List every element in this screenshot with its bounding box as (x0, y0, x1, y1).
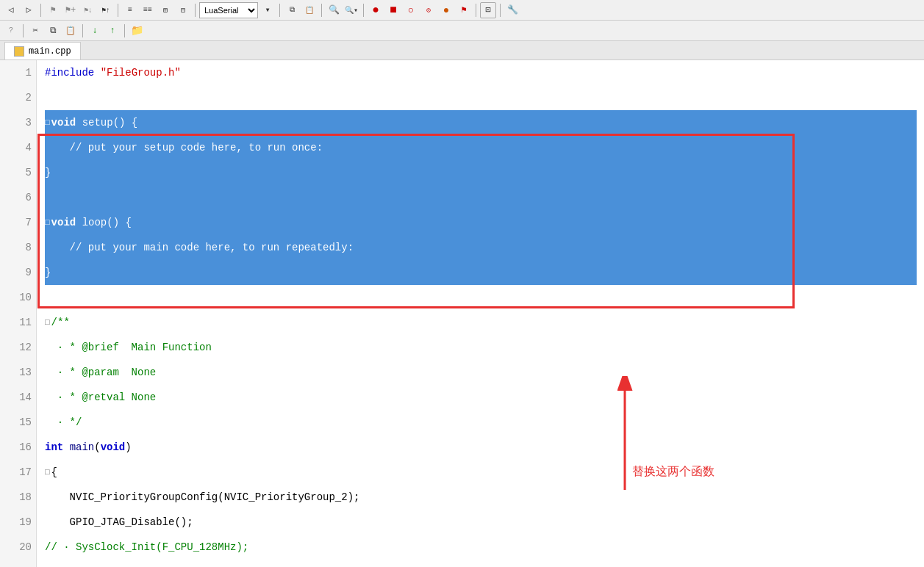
line-num-1: 1 (0, 60, 32, 85)
file-tab-icon (14, 46, 24, 57)
line-num-8: 8 (0, 235, 32, 260)
circle-icon[interactable]: ○ (403, 2, 419, 18)
flag-icon[interactable]: ⚑ (456, 2, 472, 18)
code-line-17: □{ (45, 460, 917, 485)
line-num-3: 3 (0, 110, 32, 135)
list-icon[interactable]: ≡ (122, 2, 138, 18)
bookmark-icon[interactable]: ⚑ (45, 2, 61, 18)
code-line-11: □/** (45, 310, 917, 335)
line-num-5: 5 (0, 160, 32, 185)
copy-icon[interactable]: ⧉ (45, 23, 61, 39)
record-red-icon[interactable]: ● (368, 2, 384, 18)
view-icon[interactable]: ⊡ (480, 2, 496, 18)
line-num-13: 13 (0, 360, 32, 385)
code-line-20: // · SysClock_Init(F_CPU_128MHz); (45, 535, 917, 560)
line-num-16: 16 (0, 435, 32, 460)
include-keyword: #include (45, 60, 94, 85)
tab-main-cpp[interactable]: main.cpp (4, 42, 81, 59)
line-num-17: 17 (0, 460, 32, 485)
line-num-18: 18 (0, 485, 32, 510)
sep-s3 (124, 24, 125, 37)
code-line-19: GPIO_JTAG_Disable(); (45, 510, 917, 535)
separator8 (500, 4, 501, 17)
separator5 (321, 4, 322, 17)
code-line-15: · */ (45, 410, 917, 435)
separator3 (195, 4, 196, 17)
code-line-2 (45, 85, 917, 110)
record2-icon[interactable]: ● (438, 2, 454, 18)
code-line-7: □void loop() { (45, 210, 917, 235)
toolbar-second: ? ✂ ⧉ 📋 ↓ ↑ 📁 (0, 21, 924, 41)
unknown-btn[interactable]: ? (3, 23, 19, 39)
list2-icon[interactable]: ≡≡ (140, 2, 156, 18)
back-button[interactable]: ◁ (3, 2, 19, 18)
line-num-15: 15 (0, 410, 32, 435)
line-num-2: 2 (0, 85, 32, 110)
dot-icon[interactable]: ⊙ (420, 2, 437, 18)
separator1 (40, 4, 41, 17)
settings-icon[interactable]: 🔧 (504, 2, 520, 18)
toolbar-top: ◁ ▷ ⚑ ⚑+ ⚑↓ ⚑↑ ≡ ≡≡ ⊞ ⊟ LuaSerial ▾ ⧉ 📋 … (0, 0, 924, 21)
fold-7[interactable]: □ (45, 210, 50, 235)
paste-icon[interactable]: 📋 (62, 23, 79, 39)
tab-label: main.cpp (29, 46, 71, 57)
fold-11[interactable]: □ (45, 310, 50, 335)
columns-icon[interactable]: ⊞ (157, 2, 173, 18)
line-num-4: 4 (0, 135, 32, 160)
fold-3[interactable]: □ (45, 110, 50, 135)
line-num-20: 20 (0, 535, 32, 560)
editor: 1 2 3 4 5 6 7 8 9 10 11 12 13 14 15 16 1… (0, 60, 924, 567)
separator6 (363, 4, 364, 17)
code-line-6 (45, 185, 917, 210)
line-num-19: 19 (0, 510, 32, 535)
line-num-11: 11 (0, 310, 32, 335)
sep-s2 (82, 24, 83, 37)
code-line-3: □void setup() { (45, 110, 917, 135)
separator2 (118, 4, 118, 17)
green-up-icon[interactable]: ↑ (104, 23, 121, 39)
cut-icon[interactable]: ✂ (27, 23, 43, 39)
code-line-9: } (45, 260, 917, 285)
sep-s1 (23, 24, 24, 37)
bookmark-add-icon[interactable]: ⚑+ (62, 2, 79, 18)
line-num-9: 9 (0, 260, 32, 285)
code-line-4: // put your setup code here, to run once… (45, 135, 917, 160)
bookmark-list-icon[interactable]: ⚑↓ (80, 2, 96, 18)
tab-bar: main.cpp (0, 41, 924, 60)
green-down-icon[interactable]: ↓ (87, 23, 103, 39)
line-num-6: 6 (0, 185, 32, 210)
bookmark-prev-icon[interactable]: ⚑↑ (98, 2, 114, 18)
code-line-1: #include "FileGroup.h" (45, 60, 917, 85)
separator4 (279, 4, 280, 17)
luaserial-dropdown[interactable]: LuaSerial (199, 2, 258, 18)
search-icon[interactable]: 🔍 (326, 2, 342, 18)
forward-button[interactable]: ▷ (21, 2, 37, 18)
line-num-10: 10 (0, 285, 32, 310)
code-line-18: NVIC_PriorityGroupConfig(NVIC_PriorityGr… (45, 485, 917, 510)
copy2-icon[interactable]: ⧉ (284, 2, 300, 18)
code-content[interactable]: #include "FileGroup.h" □void setup() { /… (37, 60, 924, 567)
code-line-12: · * @brief Main Function (45, 335, 917, 360)
code-line-14: · * @retval None (45, 385, 917, 410)
folder-icon[interactable]: 📁 (129, 23, 145, 39)
line-num-7: 7 (0, 210, 32, 235)
paste2-icon[interactable]: 📋 (301, 2, 318, 18)
line-num-14: 14 (0, 385, 32, 410)
code-line-10 (45, 285, 917, 310)
line-num-12: 12 (0, 335, 32, 360)
code-line-5: } (45, 160, 917, 185)
separator7 (476, 4, 476, 17)
stop-icon[interactable]: ■ (385, 2, 401, 18)
code-line-8: // put your main code here, to run repea… (45, 235, 917, 260)
columns2-icon[interactable]: ⊟ (175, 2, 191, 18)
search-dropdown-icon[interactable]: 🔍▾ (343, 2, 359, 18)
code-line-13: · * @param None (45, 360, 917, 385)
code-line-16: int main(void) (45, 435, 917, 460)
line-numbers: 1 2 3 4 5 6 7 8 9 10 11 12 13 14 15 16 1… (0, 60, 37, 567)
fold-17[interactable]: □ (45, 460, 50, 485)
dropdown-arrow[interactable]: ▾ (259, 2, 276, 18)
